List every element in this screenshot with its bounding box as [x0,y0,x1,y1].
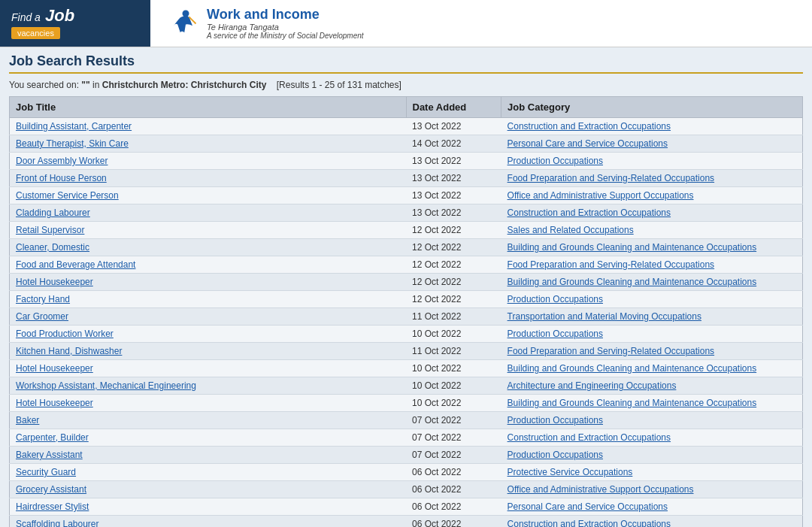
job-date-cell: 13 Oct 2022 [406,118,501,135]
job-title-link[interactable]: Carpenter, Builder [16,432,89,443]
job-title-cell: Customer Service Person [10,187,407,204]
table-row: Baker07 Oct 2022Production Occupations [10,412,803,429]
job-category-cell: Construction and Extraction Occupations [501,516,803,528]
job-title-link[interactable]: Car Groomer [16,311,68,322]
table-row: Cladding Labourer13 Oct 2022Construction… [10,204,803,222]
table-header: Job Title Date Added Job Category [10,97,803,118]
job-title-link[interactable]: Door Assembly Worker [16,156,108,166]
job-date-cell: 11 Oct 2022 [406,343,501,360]
job-category-cell: Personal Care and Service Occupations [501,135,803,153]
job-category-link[interactable]: Building and Grounds Cleaning and Mainte… [508,363,757,374]
wai-main-title: Work and Income [207,7,364,23]
job-title-link[interactable]: Cladding Labourer [16,207,90,218]
job-category-link[interactable]: Production Occupations [508,415,603,426]
job-category-link[interactable]: Office and Administrative Support Occupa… [508,190,694,201]
job-date-cell: 10 Oct 2022 [406,326,501,343]
job-title-link[interactable]: Retail Supervisor [16,225,84,235]
table-body: Building Assistant, Carpenter13 Oct 2022… [10,118,803,528]
table-row: Scaffolding Labourer06 Oct 2022Construct… [10,516,803,528]
wai-logo-section: Work and Income Te Hiranga Tangata A ser… [150,1,379,47]
job-title-link[interactable]: Hotel Housekeeper [16,363,93,374]
job-category-link[interactable]: Production Occupations [508,294,603,304]
job-category-link[interactable]: Protective Service Occupations [508,467,633,477]
job-date-cell: 13 Oct 2022 [406,204,501,222]
results-info: [Results 1 - 25 of 131 matches] [277,80,401,90]
job-date-cell: 12 Oct 2022 [406,291,501,308]
job-category-link[interactable]: Food Preparation and Serving-Related Occ… [508,173,715,183]
job-category-link[interactable]: Construction and Extraction Occupations [508,121,671,132]
job-title-link[interactable]: Front of House Person [16,173,107,183]
job-category-link[interactable]: Transportation and Material Moving Occup… [508,311,701,322]
wai-service-text: A service of the Ministry of Social Deve… [207,32,364,40]
job-category-link[interactable]: Personal Care and Service Occupations [508,138,668,149]
job-category-link[interactable]: Production Occupations [508,450,603,460]
table-row: Door Assembly Worker13 Oct 2022Productio… [10,153,803,170]
job-category-link[interactable]: Building and Grounds Cleaning and Mainte… [508,242,757,253]
job-category-cell: Sales and Related Occupations [501,222,803,239]
job-category-link[interactable]: Personal Care and Service Occupations [508,501,668,512]
job-date-cell: 12 Oct 2022 [406,256,501,274]
job-date-cell: 06 Oct 2022 [406,516,501,528]
table-row: Customer Service Person13 Oct 2022Office… [10,187,803,204]
job-category-cell: Construction and Extraction Occupations [501,429,803,447]
job-title-cell: Baker [10,412,407,429]
job-title-link[interactable]: Bakery Assistant [16,450,83,460]
search-in-label: in [92,80,99,90]
job-category-cell: Building and Grounds Cleaning and Mainte… [501,360,803,377]
job-category-link[interactable]: Construction and Extraction Occupations [508,519,671,527]
svg-point-0 [183,10,189,17]
table-row: Bakery Assistant07 Oct 2022Production Oc… [10,447,803,464]
job-title-link[interactable]: Baker [16,415,39,426]
job-category-link[interactable]: Production Occupations [508,329,603,339]
job-date-cell: 13 Oct 2022 [406,170,501,187]
job-title-cell: Retail Supervisor [10,222,407,239]
job-title-link[interactable]: Food and Beverage Attendant [16,259,135,270]
job-date-cell: 13 Oct 2022 [406,153,501,170]
job-category-cell: Production Occupations [501,447,803,464]
job-date-cell: 06 Oct 2022 [406,464,501,481]
table-row: Hotel Housekeeper10 Oct 2022Building and… [10,360,803,377]
job-category-link[interactable]: Food Preparation and Serving-Related Occ… [508,259,715,270]
job-category-link[interactable]: Office and Administrative Support Occupa… [508,484,694,495]
job-date-cell: 10 Oct 2022 [406,377,501,395]
job-category-cell: Food Preparation and Serving-Related Occ… [501,256,803,274]
job-title-cell: Beauty Therapist, Skin Care [10,135,407,153]
job-date-cell: 11 Oct 2022 [406,308,501,326]
job-category-cell: Food Preparation and Serving-Related Occ… [501,170,803,187]
table-row: Workshop Assistant, Mechanical Engineeri… [10,377,803,395]
job-title-link[interactable]: Food Production Worker [16,329,114,339]
job-title-link[interactable]: Cleaner, Domestic [16,242,89,253]
job-title-link[interactable]: Workshop Assistant, Mechanical Engineeri… [16,380,196,391]
job-title-link[interactable]: Security Guard [16,467,76,477]
job-date-cell: 13 Oct 2022 [406,187,501,204]
job-title-link[interactable]: Factory Hand [16,294,70,304]
job-category-link[interactable]: Construction and Extraction Occupations [508,207,671,218]
job-category-link[interactable]: Architecture and Engineering Occupations [508,380,677,391]
job-title-cell: Car Groomer [10,308,407,326]
job-category-link[interactable]: Food Preparation and Serving-Related Occ… [508,346,715,356]
job-category-link[interactable]: Construction and Extraction Occupations [508,432,671,443]
job-title-link[interactable]: Kitchen Hand, Dishwasher [16,346,122,356]
job-title-link[interactable]: Hairdresser Stylist [16,501,89,512]
job-title-link[interactable]: Hotel Housekeeper [16,277,93,287]
job-title-link[interactable]: Beauty Therapist, Skin Care [16,138,129,149]
job-title-cell: Hairdresser Stylist [10,498,407,516]
table-row: Car Groomer11 Oct 2022Transportation and… [10,308,803,326]
job-title-link[interactable]: Customer Service Person [16,190,119,201]
table-row: Carpenter, Builder07 Oct 2022Constructio… [10,429,803,447]
job-category-cell: Office and Administrative Support Occupa… [501,481,803,498]
job-title-link[interactable]: Building Assistant, Carpenter [16,121,132,132]
job-date-cell: 06 Oct 2022 [406,498,501,516]
job-title-cell: Factory Hand [10,291,407,308]
table-row: Hotel Housekeeper10 Oct 2022Building and… [10,395,803,412]
job-title-link[interactable]: Hotel Housekeeper [16,398,93,408]
main-content: Job Search Results You searched on: "" i… [0,47,812,527]
job-category-link[interactable]: Sales and Related Occupations [508,225,634,235]
job-title-link[interactable]: Grocery Assistant [16,484,86,495]
search-location: Christchurch Metro: Christchurch City [102,80,267,90]
vacancies-badge: vacancies [11,27,60,39]
job-category-link[interactable]: Building and Grounds Cleaning and Mainte… [508,277,757,287]
job-category-link[interactable]: Production Occupations [508,156,603,166]
job-category-link[interactable]: Building and Grounds Cleaning and Mainte… [508,398,757,408]
job-title-link[interactable]: Scaffolding Labourer [16,519,99,527]
